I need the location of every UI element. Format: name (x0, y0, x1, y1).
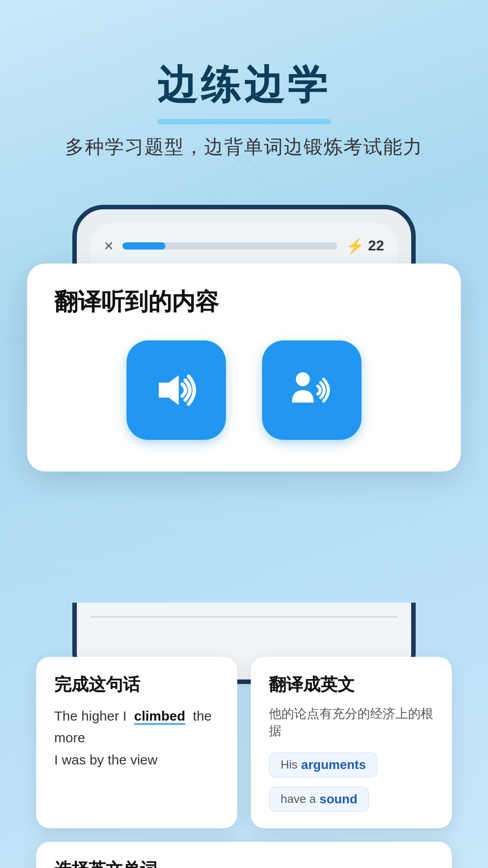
svg-marker-2 (159, 375, 179, 405)
person-speaker-button[interactable] (262, 340, 361, 440)
page-title: 边练边学 (157, 63, 331, 107)
score-value: 22 (368, 237, 384, 254)
phone-mock: × ⚡ 22 翻译听到的内容 (41, 205, 447, 340)
chip1-prefix: His (281, 758, 298, 772)
title-underline (157, 119, 331, 124)
chip1-word: arguments (301, 758, 366, 772)
bottom-section: 完成这句话 The higher I climbed the more I wa… (0, 603, 488, 868)
speaker-icon (151, 365, 201, 415)
complete-sentence-title: 完成这句话 (54, 673, 219, 696)
sentence-line-1: The higher I climbed the more (54, 705, 219, 749)
phone-divider (90, 616, 398, 618)
page-wrapper: 边练边学 多种学习题型，边背单词边锻炼考试能力 × ⚡ 22 (0, 0, 488, 868)
translate-card-title: 翻译听到的内容 (54, 286, 434, 318)
score-area: ⚡ 22 (346, 237, 384, 255)
lightning-icon: ⚡ (346, 237, 364, 255)
sentence-blank: climbed (134, 708, 185, 725)
translate-english-card: 翻译成英文 他的论点有充分的经济上的根据 His arguments have … (251, 657, 452, 828)
chinese-text: 他的论点有充分的经济上的根据 (269, 705, 434, 740)
phone-top-bar: × ⚡ 22 (104, 236, 384, 255)
speaker-button[interactable] (127, 340, 226, 440)
chip2-word: sound (319, 792, 357, 807)
close-button[interactable]: × (104, 236, 113, 255)
complete-sentence-card: 完成这句话 The higher I climbed the more I wa… (36, 657, 237, 828)
select-word-card: 选择英文单词 essential adj. 必不可少的，非常重要的 (36, 842, 452, 868)
answer-chips: His arguments have a sound (269, 752, 434, 812)
select-word-title: 选择英文单词 (54, 858, 434, 868)
audio-buttons-row (54, 340, 434, 449)
progress-bar-fill (122, 242, 165, 250)
chip-2[interactable]: have a sound (269, 787, 369, 812)
sentence-line-2: I was by the view (54, 752, 219, 768)
translate-audio-card: 翻译听到的内容 (27, 264, 461, 472)
chip2-prefix: have a (281, 792, 316, 806)
translate-english-title: 翻译成英文 (269, 673, 434, 696)
chip-1[interactable]: His arguments (269, 752, 378, 778)
person-speaker-icon (287, 365, 337, 415)
progress-bar-container (122, 242, 337, 250)
svg-point-3 (296, 372, 310, 386)
cards-row: 完成这句话 The higher I climbed the more I wa… (27, 657, 461, 828)
sentence-part1: The higher I (54, 708, 127, 723)
